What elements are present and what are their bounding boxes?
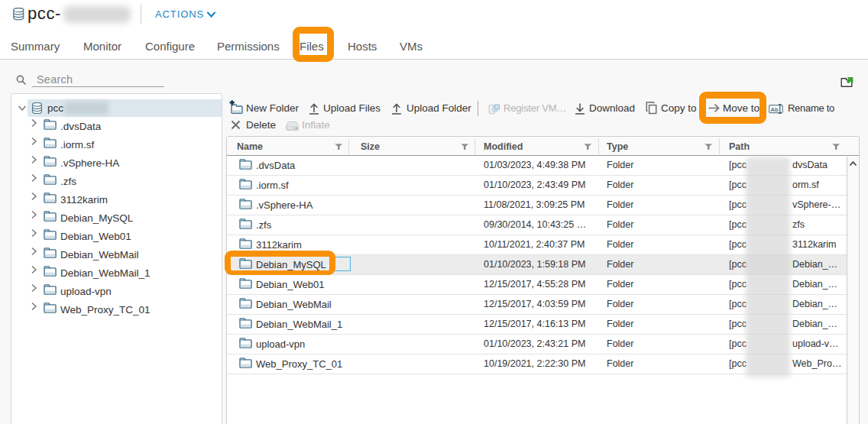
svg-text:Ab: Ab bbox=[771, 106, 779, 113]
